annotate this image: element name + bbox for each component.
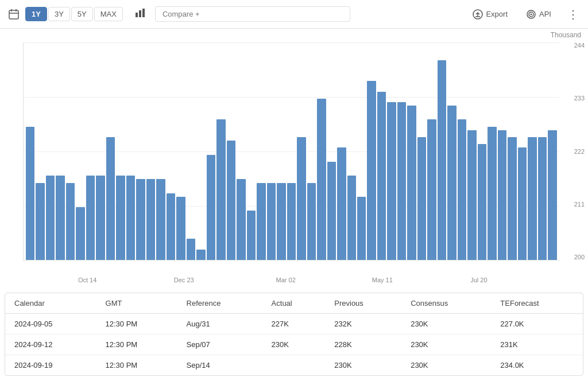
- bar: [478, 144, 486, 260]
- bar-group: [488, 42, 496, 260]
- bar: [36, 183, 44, 260]
- y-label-211: 211: [574, 201, 585, 208]
- svg-rect-6: [142, 9, 145, 17]
- bar-group: [458, 42, 466, 260]
- btn-5y[interactable]: 5Y: [71, 7, 93, 21]
- cell-reference: Sep/07: [177, 334, 262, 355]
- chart-inner: 244 233 222 211 200 Oct 14 Dec 23 Mar 02…: [23, 42, 559, 260]
- cell-reference: Aug/31: [177, 314, 262, 334]
- svg-rect-5: [139, 10, 141, 17]
- y-label-244: 244: [574, 42, 585, 49]
- bar-group: [387, 42, 396, 260]
- bar-group: [146, 42, 155, 260]
- bar-group: [337, 42, 346, 260]
- cell-teforecast: 231K: [491, 334, 583, 355]
- bar: [458, 119, 466, 260]
- export-label: Export: [486, 10, 508, 18]
- cell-calendar: 2024-09-12: [5, 334, 96, 355]
- x-label-oct14: Oct 14: [78, 277, 96, 283]
- y-label-233: 233: [574, 95, 585, 102]
- bar: [297, 137, 305, 260]
- x-label-dec23: Dec 23: [174, 277, 194, 283]
- x-label-mar02: Mar 02: [276, 277, 296, 283]
- bar-group: [176, 42, 185, 260]
- bar-group: [196, 42, 205, 260]
- bar: [116, 176, 125, 260]
- cell-consensus: 230K: [401, 355, 491, 376]
- y-label-200: 200: [574, 254, 585, 260]
- bar-group: [126, 42, 135, 260]
- bar: [216, 119, 225, 260]
- bar: [467, 130, 476, 260]
- btn-1y[interactable]: 1Y: [25, 7, 47, 21]
- bar-group: [46, 42, 55, 260]
- bar: [196, 250, 205, 260]
- time-period-buttons: 1Y 3Y 5Y MAX: [25, 7, 123, 21]
- col-header-gmt: GMT: [96, 293, 177, 314]
- bar-group: [36, 42, 44, 260]
- col-header-reference: Reference: [177, 293, 262, 314]
- bar-group: [518, 42, 527, 260]
- compare-input[interactable]: [155, 6, 350, 22]
- bar-group: [307, 42, 316, 260]
- bar: [447, 106, 456, 260]
- col-header-actual: Actual: [262, 293, 326, 314]
- bar: [488, 127, 496, 260]
- bar: [156, 179, 165, 260]
- btn-max[interactable]: MAX: [94, 7, 123, 21]
- col-header-teforecast: TEForecast: [491, 293, 583, 314]
- bar-group: [508, 42, 516, 260]
- bar-group: [357, 42, 366, 260]
- bar-group: [498, 42, 506, 260]
- cell-reference: Sep/14: [177, 355, 262, 376]
- bar: [257, 183, 265, 260]
- bar: [176, 197, 185, 260]
- bar: [417, 137, 426, 260]
- cell-calendar: 2024-09-05: [5, 314, 96, 334]
- bar: [237, 179, 245, 260]
- table-row: 2024-09-1212:30 PMSep/07230K228K230K231K: [5, 334, 583, 355]
- table-header-row: Calendar GMT Reference Actual Previous C…: [5, 293, 583, 314]
- bar-group: [317, 42, 326, 260]
- bar-group: [116, 42, 125, 260]
- bar: [227, 141, 235, 260]
- bar-group: [347, 42, 356, 260]
- bar: [267, 183, 276, 260]
- calendar-icon[interactable]: [7, 7, 21, 21]
- bar: [26, 127, 34, 260]
- bar-group: [427, 42, 436, 260]
- bar-group: [548, 42, 556, 260]
- bar: [518, 147, 527, 260]
- x-label-jul20: Jul 20: [470, 277, 487, 283]
- bar-group: [377, 42, 386, 260]
- cell-consensus: 230K: [401, 334, 491, 355]
- table-row: 2024-09-1912:30 PMSep/14230K230K234.0K: [5, 355, 583, 376]
- bar: [136, 179, 145, 260]
- bar-group: [297, 42, 305, 260]
- y-axis: 244 233 222 211 200: [574, 42, 585, 260]
- export-button[interactable]: Export: [468, 7, 512, 22]
- bar-group: [417, 42, 426, 260]
- toolbar: 1Y 3Y 5Y MAX Export: [0, 0, 588, 29]
- bar: [167, 193, 175, 260]
- btn-3y[interactable]: 3Y: [48, 7, 70, 21]
- cell-previous: 228K: [325, 334, 401, 355]
- bar: [307, 183, 316, 260]
- bar-group: [227, 42, 235, 260]
- bar: [207, 155, 215, 260]
- toolbar-right: Export API ⋮: [468, 7, 581, 22]
- svg-rect-0: [9, 10, 18, 19]
- bar: [367, 81, 376, 260]
- bar-group: [528, 42, 536, 260]
- bar: [397, 102, 406, 260]
- chart-type-button[interactable]: [130, 5, 150, 24]
- cell-previous: 232K: [325, 314, 401, 334]
- more-button[interactable]: ⋮: [565, 7, 581, 21]
- data-table-wrapper: Calendar GMT Reference Actual Previous C…: [5, 293, 583, 376]
- bar-group: [397, 42, 406, 260]
- bar-group: [167, 42, 175, 260]
- bar-group: [216, 42, 225, 260]
- cell-gmt: 12:30 PM: [96, 334, 177, 355]
- bar: [277, 183, 285, 260]
- api-button[interactable]: API: [521, 7, 556, 22]
